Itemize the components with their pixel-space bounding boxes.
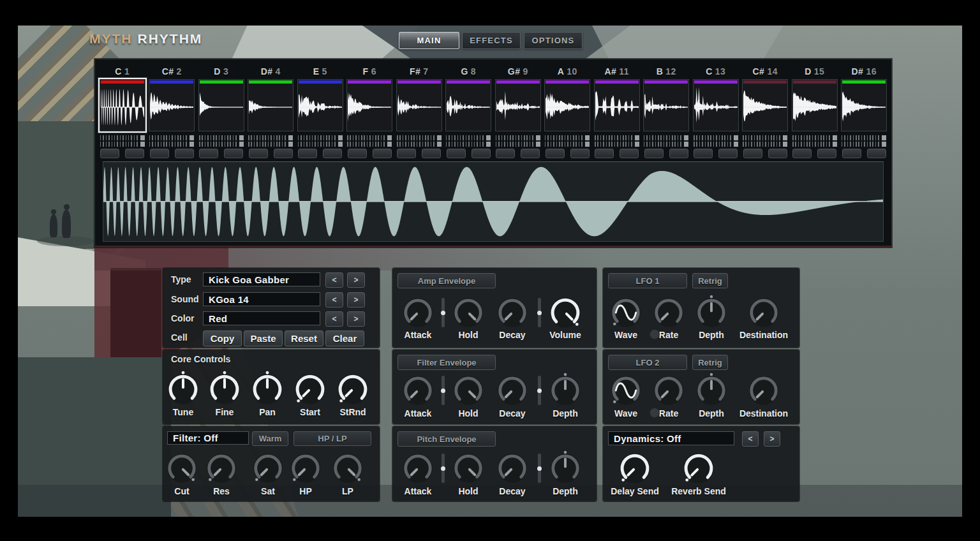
cell-slider-2[interactable] (298, 142, 343, 147)
slider-handle[interactable] (140, 142, 145, 147)
start-knob[interactable] (292, 371, 329, 410)
cell-slider-1[interactable] (694, 135, 738, 140)
destination-knob[interactable] (746, 295, 782, 333)
cell-button-b[interactable] (125, 149, 144, 158)
cell-button-b[interactable] (323, 149, 342, 158)
cell-button-a[interactable] (100, 149, 119, 158)
cell-slider-2[interactable] (100, 142, 145, 147)
sound-next-button[interactable]: > (347, 292, 365, 308)
cell-slider-2[interactable] (496, 142, 540, 147)
mod-slider-1[interactable] (442, 298, 445, 327)
slider-handle[interactable] (635, 135, 639, 140)
slider-handle[interactable] (239, 142, 244, 147)
strnd-knob[interactable] (334, 371, 371, 410)
cell-slider-2[interactable] (545, 142, 590, 147)
mod-slider-2[interactable] (538, 454, 541, 483)
mod-slider-1[interactable] (442, 454, 445, 483)
cell-slider-1[interactable] (149, 135, 194, 140)
dynamics-next-button[interactable]: > (764, 431, 780, 447)
type-next-button[interactable]: > (347, 272, 365, 288)
cell-button-b[interactable] (669, 149, 688, 158)
color-prev-button[interactable]: < (325, 311, 343, 327)
color-next-button[interactable]: > (347, 311, 365, 327)
mod-slider-1[interactable] (442, 376, 445, 405)
cell-waveform-thumb[interactable] (149, 79, 195, 131)
cell-slider-1[interactable] (743, 135, 787, 140)
tab-main[interactable]: MAIN (399, 32, 459, 49)
slider-handle[interactable] (437, 142, 442, 147)
cell-slider-1[interactable] (595, 135, 639, 140)
cell-slider-2[interactable] (842, 142, 886, 147)
slider-handle[interactable] (635, 142, 639, 147)
cell-button-a[interactable] (298, 149, 317, 158)
mod-slider-2[interactable] (538, 298, 541, 327)
cell-waveform-thumb[interactable] (643, 79, 689, 131)
cell-waveform-thumb[interactable] (445, 79, 491, 131)
cell-slider-2[interactable] (248, 142, 293, 147)
cell-button-b[interactable] (570, 149, 590, 158)
type-value-field[interactable]: Kick Goa Gabber (203, 272, 320, 286)
cell-waveform-thumb[interactable] (792, 79, 838, 131)
depth-knob[interactable] (547, 450, 583, 489)
color-value-field[interactable]: Red (203, 311, 320, 325)
reset-button[interactable]: Reset (285, 330, 323, 346)
cell-waveform-thumb[interactable] (594, 79, 640, 131)
cell-waveform-thumb[interactable] (297, 79, 343, 131)
cell-slider-1[interactable] (199, 135, 244, 140)
cut-knob[interactable] (164, 450, 200, 489)
copy-button[interactable]: Copy (203, 330, 242, 346)
cell-button-b[interactable] (471, 149, 491, 158)
slider-handle[interactable] (833, 142, 837, 147)
decay-knob[interactable] (494, 450, 530, 489)
decay-knob[interactable] (494, 373, 530, 411)
cell-slider-1[interactable] (842, 135, 886, 140)
cell-slider-1[interactable] (248, 135, 293, 140)
cell-button-b[interactable] (817, 149, 836, 158)
clear-button[interactable]: Clear (325, 330, 364, 346)
pan-knob[interactable] (249, 371, 286, 410)
cell-button-b[interactable] (274, 149, 293, 158)
sound-prev-button[interactable]: < (325, 292, 343, 308)
slider-handle[interactable] (189, 142, 194, 147)
attack-knob[interactable] (400, 373, 436, 411)
slider-handle[interactable] (486, 142, 491, 147)
cell-button-b[interactable] (521, 149, 540, 158)
slider-handle[interactable] (783, 135, 787, 140)
cell-slider-1[interactable] (100, 135, 145, 140)
slider-handle[interactable] (387, 135, 392, 140)
lfo-1-retrig-button[interactable]: Retrig (692, 273, 728, 288)
warm-button[interactable]: Warm (252, 431, 288, 446)
cell-button-a[interactable] (199, 149, 218, 158)
cell-waveform-thumb[interactable] (100, 79, 145, 131)
cell-slider-2[interactable] (397, 142, 442, 147)
cell-button-a[interactable] (546, 149, 565, 158)
hold-knob[interactable] (450, 450, 486, 489)
destination-knob[interactable] (746, 373, 782, 411)
pitch-envelope-header[interactable]: Pitch Envelope (397, 431, 496, 447)
slider-handle[interactable] (288, 135, 293, 140)
depth-knob[interactable] (547, 373, 583, 411)
type-prev-button[interactable]: < (325, 272, 343, 288)
lp-knob[interactable] (330, 450, 366, 489)
dynamics-mode-field[interactable]: Dynamics: Off (608, 431, 734, 445)
slider-handle[interactable] (585, 142, 590, 147)
sound-value-field[interactable]: KGoa 14 (203, 292, 320, 306)
cell-slider-1[interactable] (446, 135, 491, 140)
cell-slider-2[interactable] (595, 142, 639, 147)
dynamics-prev-button[interactable]: < (742, 431, 759, 447)
slider-handle[interactable] (833, 135, 837, 140)
cell-slider-2[interactable] (792, 142, 837, 147)
cell-waveform-thumb[interactable] (346, 79, 392, 131)
cell-slider-1[interactable] (545, 135, 590, 140)
fine-knob[interactable] (206, 371, 243, 410)
cell-button-a[interactable] (743, 149, 762, 158)
cell-button-b[interactable] (224, 149, 243, 158)
tune-knob[interactable] (165, 371, 202, 410)
slider-handle[interactable] (734, 142, 738, 147)
tab-effects[interactable]: EFFECTS (462, 32, 521, 49)
cell-waveform-thumb[interactable] (544, 79, 590, 131)
paste-button[interactable]: Paste (244, 330, 283, 346)
cell-button-b[interactable] (373, 149, 392, 158)
slider-handle[interactable] (536, 135, 540, 140)
cell-slider-2[interactable] (347, 142, 392, 147)
